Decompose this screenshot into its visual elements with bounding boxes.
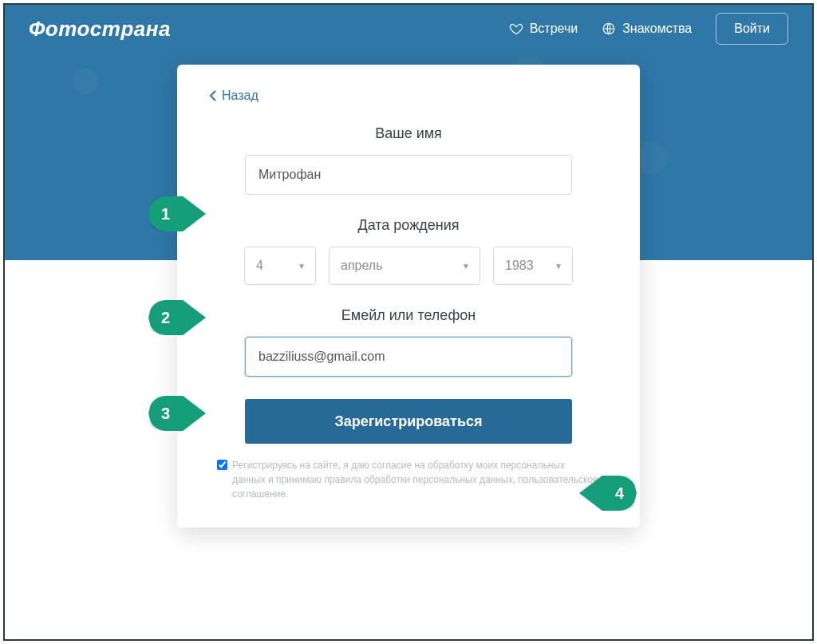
nav-dating[interactable]: Знакомства [602,22,692,36]
brand-logo[interactable]: Фотострана [29,17,171,41]
dob-month-select[interactable]: апрель ▼ [329,247,480,285]
consent-text: Регистрируясь на сайте, я даю согласие н… [232,458,600,501]
dob-day-select[interactable]: 4 ▼ [244,247,316,285]
dob-row: 4 ▼ апрель ▼ 1983 ▼ [209,247,608,285]
nav-meetings[interactable]: Встречи [509,22,578,36]
nav-dating-label: Знакомства [622,22,692,36]
nav-meetings-label: Встречи [530,22,578,36]
name-input[interactable] [245,155,572,195]
register-button[interactable]: Зарегистрироваться [245,399,572,444]
contact-label: Емейл или телефон [209,307,608,324]
register-card: Назад Ваше имя Дата рождения 4 ▼ апрель … [177,65,640,527]
dob-year-select[interactable]: 1983 ▼ [493,247,573,285]
back-link[interactable]: Назад [209,89,608,103]
dob-year-value: 1983 [505,259,534,273]
consent-checkbox[interactable] [217,460,227,470]
name-label: Ваше имя [209,125,608,142]
chevron-down-icon: ▼ [298,262,306,271]
header: Фотострана Встречи Знакомства Войти [5,5,812,53]
contact-input[interactable] [245,337,572,377]
globe-icon [602,22,616,36]
chevron-left-icon [209,90,217,101]
dob-label: Дата рождения [209,217,608,234]
chevron-down-icon: ▼ [555,262,562,271]
back-label: Назад [222,89,259,103]
dob-month-value: апрель [341,259,383,273]
heart-icon [509,22,523,36]
chevron-down-icon: ▼ [462,262,470,271]
login-button[interactable]: Войти [716,13,788,45]
consent-row: Регистрируясь на сайте, я даю согласие н… [209,458,608,501]
dob-day-value: 4 [256,259,263,273]
top-nav: Встречи Знакомства [509,22,693,36]
